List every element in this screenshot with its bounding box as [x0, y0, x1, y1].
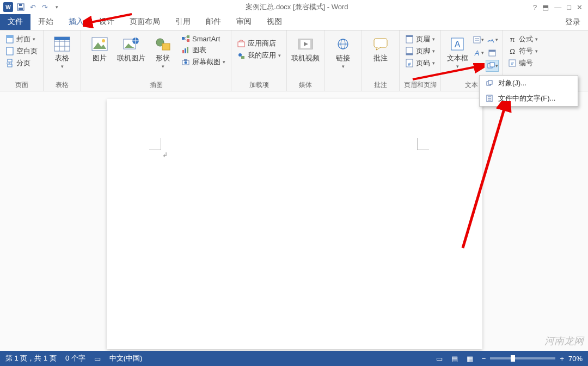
group-media: 联机视频 媒体	[287, 30, 324, 91]
window-controls: ? ⬒ — □ ✕	[533, 3, 588, 11]
object-button[interactable]: ▾	[486, 60, 499, 72]
zoom-in-button[interactable]: +	[560, 355, 564, 363]
myapps-button[interactable]: 我的应用▾	[235, 50, 283, 61]
number-button[interactable]: #编号	[506, 58, 540, 69]
object-item-icon	[485, 79, 494, 88]
sign-in-button[interactable]: 登录	[558, 15, 588, 30]
header-button[interactable]: 页眉▾	[403, 34, 437, 45]
status-wordcount[interactable]: 0 个字	[65, 353, 85, 363]
svg-text:A: A	[475, 63, 480, 70]
online-picture-icon	[122, 35, 140, 53]
redo-icon[interactable]: ↷	[40, 3, 49, 11]
tab-home[interactable]: 开始	[30, 14, 61, 30]
online-picture-button[interactable]: 联机图片	[116, 33, 146, 62]
svg-point-17	[102, 39, 105, 42]
svg-rect-51	[451, 38, 463, 50]
page-break-button[interactable]: 分页	[3, 58, 40, 69]
svg-line-26	[185, 37, 187, 39]
smartart-button[interactable]: SmartArt	[179, 34, 228, 44]
ribbon-options-button[interactable]: ⬒	[542, 3, 549, 11]
svg-rect-29	[185, 48, 186, 53]
symbol-button[interactable]: Ω符号▾	[506, 46, 540, 57]
minimize-button[interactable]: —	[554, 3, 561, 11]
online-video-icon	[296, 35, 315, 53]
group-pages: 封面▾ 空白页 分页 页面	[0, 30, 44, 91]
quick-parts-icon[interactable]: ▾	[471, 34, 485, 46]
tab-references[interactable]: 引用	[168, 14, 198, 30]
qat-dropdown-icon[interactable]: ▾	[52, 3, 61, 11]
number-icon: #	[508, 59, 517, 67]
myapps-icon	[237, 51, 246, 60]
online-video-button[interactable]: 联机视频	[290, 33, 321, 62]
tab-file[interactable]: 文件	[0, 14, 30, 30]
store-button[interactable]: 应用商店	[235, 38, 283, 49]
equation-button[interactable]: π公式▾	[506, 34, 540, 45]
svg-rect-47	[406, 47, 413, 55]
comment-button[interactable]: 批注	[365, 33, 396, 62]
svg-rect-2	[19, 4, 22, 6]
restore-button[interactable]: □	[567, 3, 571, 11]
svg-rect-45	[406, 35, 413, 43]
status-lang-icon[interactable]: ▭	[94, 355, 101, 363]
svg-rect-0	[17, 4, 24, 10]
pagenumber-button[interactable]: #页码▾	[403, 58, 437, 69]
close-button[interactable]: ✕	[577, 3, 583, 11]
zoom-out-button[interactable]: −	[482, 355, 486, 363]
text-from-file-menu-item[interactable]: 文件中的文字(F)...	[480, 91, 578, 106]
table-button[interactable]: 表格▾	[47, 33, 77, 70]
view-print-icon[interactable]: ▤	[451, 355, 458, 363]
tab-review[interactable]: 审阅	[229, 14, 259, 30]
svg-rect-38	[298, 39, 301, 49]
group-media-label: 媒体	[290, 79, 321, 90]
blank-page-button[interactable]: 空白页	[3, 46, 40, 57]
document-area[interactable]: ↲	[0, 91, 588, 351]
word-app-icon: W	[3, 2, 13, 12]
screenshot-button[interactable]: 屏幕截图▾	[179, 57, 228, 67]
group-links: 链接▾	[324, 30, 362, 91]
svg-rect-67	[487, 82, 491, 85]
zoom-value[interactable]: 70%	[568, 355, 583, 363]
wordart-icon[interactable]: A▾	[471, 47, 485, 59]
ribbon-tabs: 文件 开始 插入 设计 页面布局 引用 邮件 审阅 视图 登录	[0, 14, 588, 30]
group-tables-label: 表格	[47, 79, 77, 90]
undo-icon[interactable]: ↶	[28, 3, 37, 11]
datetime-icon[interactable]	[486, 47, 499, 59]
symbol-icon: Ω	[508, 47, 517, 55]
save-icon[interactable]	[16, 3, 25, 11]
svg-point-20	[132, 38, 139, 44]
help-button[interactable]: ?	[533, 3, 537, 11]
svg-text:A: A	[455, 40, 461, 49]
tab-mail[interactable]: 邮件	[198, 14, 229, 30]
view-web-icon[interactable]: ▦	[467, 355, 473, 363]
group-comments: 批注 批注	[362, 30, 400, 91]
document-page[interactable]: ↲	[107, 99, 482, 349]
signature-icon[interactable]: ▾	[486, 34, 499, 46]
group-tables: 表格▾ 表格	[44, 30, 81, 91]
tab-insert[interactable]: 插入	[61, 14, 91, 30]
textbox-button[interactable]: A 文本框▾	[444, 33, 470, 70]
svg-rect-25	[187, 39, 189, 42]
zoom-slider[interactable]	[490, 357, 555, 359]
tab-design[interactable]: 设计	[91, 14, 122, 30]
picture-button[interactable]: 图片	[84, 33, 115, 62]
link-button[interactable]: 链接▾	[328, 33, 358, 70]
group-addins-label: 加载项	[235, 79, 283, 90]
shapes-button[interactable]: 形状▾	[148, 33, 178, 70]
svg-rect-65	[509, 60, 516, 66]
chart-button[interactable]: 图表	[179, 45, 228, 55]
svg-text:#: #	[408, 61, 411, 67]
status-page[interactable]: 第 1 页，共 1 页	[5, 353, 57, 363]
tab-view[interactable]: 视图	[259, 14, 290, 30]
svg-rect-39	[310, 39, 313, 49]
svg-rect-31	[182, 60, 189, 65]
svg-rect-58	[489, 50, 495, 52]
dropcap-icon[interactable]: A▾	[471, 60, 485, 72]
tab-layout[interactable]: 页面布局	[122, 14, 168, 30]
cover-page-button[interactable]: 封面▾	[3, 34, 40, 45]
footer-button[interactable]: 页脚▾	[403, 46, 437, 57]
group-pages-label: 页面	[3, 79, 40, 90]
object-menu-item[interactable]: 对象(J)...	[480, 76, 578, 91]
status-language[interactable]: 中文(中国)	[109, 353, 143, 363]
view-read-icon[interactable]: ▭	[436, 355, 443, 363]
textbox-icon: A	[448, 35, 467, 53]
